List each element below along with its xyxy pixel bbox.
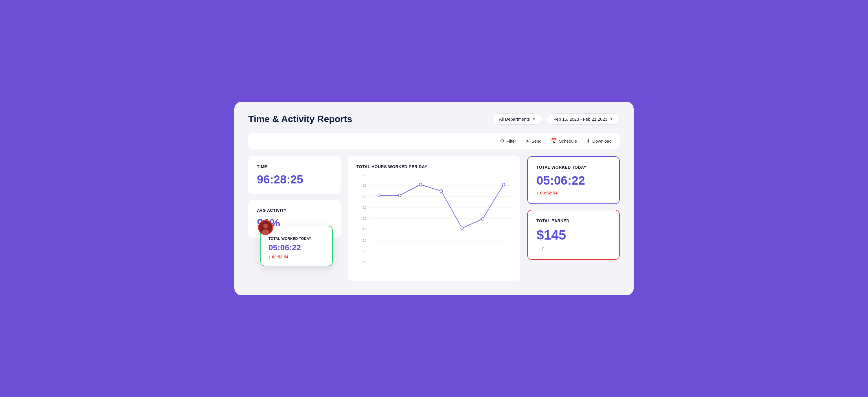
avatar (258, 220, 273, 235)
worked-today-down-value: 03:52:54 (540, 190, 558, 195)
filter-label: Filter (506, 139, 516, 144)
filter-button[interactable]: ⚙ Filter (500, 138, 516, 144)
schedule-icon: 📅 (551, 138, 557, 144)
download-button[interactable]: ⬇ Download (586, 138, 612, 144)
svg-text:7.0: 7.0 (363, 195, 366, 198)
svg-text:0.0: 0.0 (363, 271, 366, 273)
download-label: Download (592, 139, 612, 144)
svg-text:8.0: 8.0 (363, 183, 366, 187)
line-chart: 9.0 8.0 7.0 6.0 5.0 4.0 3.0 2.0 1.0 0.0 (356, 175, 512, 273)
right-column: TOTAL WORKED TODAY 05:06:22 ↓ 03:52:54 T… (527, 156, 620, 260)
svg-point-26 (502, 183, 505, 186)
time-value: 96:28:25 (257, 173, 332, 186)
svg-text:1.0: 1.0 (363, 260, 366, 264)
svg-text:6.0: 6.0 (363, 206, 366, 209)
svg-text:2.0: 2.0 (363, 249, 366, 253)
popup-down-value: 03:52:54 (272, 255, 288, 259)
svg-text:9.0: 9.0 (363, 175, 366, 177)
earned-value: $145 (536, 227, 611, 243)
svg-point-25 (482, 217, 484, 220)
svg-point-21 (398, 194, 401, 197)
svg-text:4.0: 4.0 (363, 227, 366, 231)
svg-point-22 (419, 183, 422, 186)
avg-activity-label: AVG ACTIVITY (257, 208, 332, 213)
earned-label: TOTAL EARNED (536, 218, 611, 223)
chevron-down-icon: ▼ (610, 117, 613, 121)
worked-today-card: TOTAL WORKED TODAY 05:06:22 ↓ 03:52:54 (527, 156, 620, 204)
chart-container: 9.0 8.0 7.0 6.0 5.0 4.0 3.0 2.0 1.0 0.0 (356, 175, 512, 273)
chart-title: TOTAL HOURS WORKED PER DAY (356, 164, 512, 169)
download-icon: ⬇ (586, 138, 590, 144)
schedule-label: Schedule (559, 139, 577, 144)
toolbar: ⚙ Filter ➤ Send 📅 Schedule ⬇ Download (248, 133, 620, 149)
header-controls: All Departments ▼ Feb 15, 2023 - Feb 21,… (492, 114, 620, 125)
schedule-button[interactable]: 📅 Schedule (551, 138, 577, 144)
popup-down-icon: ↓ (269, 255, 271, 259)
svg-text:5.0: 5.0 (363, 216, 366, 220)
earned-arrow-indicator: → 0 (536, 246, 611, 251)
header: Time & Activity Reports All Departments … (248, 114, 620, 125)
popup-worked-card: TOTAL WORKED TODAY 05:06:22 ↓ 03:52:54 (260, 226, 333, 266)
svg-point-24 (461, 227, 464, 230)
down-arrow-icon: ↓ (536, 190, 539, 195)
date-range-label: Feb 15, 2023 - Feb 21,2023 (554, 117, 607, 122)
page-title: Time & Activity Reports (248, 114, 352, 124)
popup-value: 05:06:22 (269, 243, 324, 252)
department-dropdown[interactable]: All Departments ▼ (492, 114, 542, 125)
chart-card: TOTAL HOURS WORKED PER DAY 9.0 (348, 156, 520, 281)
send-button[interactable]: ➤ Send (525, 138, 541, 144)
chevron-down-icon: ▼ (532, 117, 535, 121)
department-label: All Departments (499, 117, 530, 122)
svg-point-42 (263, 224, 268, 228)
popup-down-indicator: ↓ 03:52:54 (269, 255, 324, 259)
time-card: TIME 96:28:25 (248, 156, 341, 194)
worked-today-label: TOTAL WORKED TODAY (536, 165, 611, 170)
date-range-dropdown[interactable]: Feb 15, 2023 - Feb 21,2023 ▼ (547, 114, 620, 125)
popup-label: TOTAL WORKED TODAY (269, 237, 324, 241)
svg-point-20 (378, 194, 380, 197)
send-label: Send (531, 139, 541, 144)
total-earned-card: TOTAL EARNED $145 → 0 (527, 210, 620, 260)
worked-today-down: ↓ 03:52:54 (536, 190, 611, 195)
time-label: TIME (257, 164, 332, 169)
filter-icon: ⚙ (500, 138, 504, 144)
svg-text:3.0: 3.0 (363, 238, 366, 242)
main-dashboard-card: Time & Activity Reports All Departments … (235, 102, 633, 295)
worked-today-value: 05:06:22 (536, 174, 611, 187)
send-icon: ➤ (525, 138, 529, 144)
svg-point-23 (440, 189, 443, 193)
